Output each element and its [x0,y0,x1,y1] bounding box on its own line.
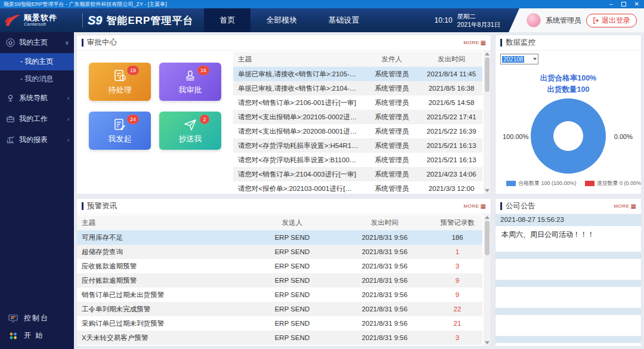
initiate-count-badge: 24 [127,115,139,124]
legend-label-return: 退货数量 0 (0.00%) [597,180,642,187]
table-row[interactable]: 请您对<销售订单>:2106-001进行[一审] 系统管理员 2021/6/5 … [233,95,482,110]
announcement-entry[interactable] [496,336,641,346]
scrollbar-thumb[interactable] [485,57,490,92]
donut-ring [531,98,606,174]
table-row[interactable]: X天未转交易客户预警 ERP SEND 2021/8/31 9:56 3 [77,331,482,345]
announcement-list: 2021-08-27 15:56:23 本周六、周日公司活动！！！ [496,214,641,346]
nav-tab-modules[interactable]: 全部模块 [250,8,312,32]
brand-name-en: Centersoft [24,22,57,27]
approval-panel-title: 审批中心 [87,38,117,48]
user-avatar[interactable] [527,13,541,27]
announcement-body: 本周六、周日公司活动！！！ [496,226,641,249]
announcements-more-button[interactable]: MORE ▦ [614,203,636,209]
scroll-down-icon[interactable] [485,189,490,192]
start-button[interactable]: 开 始 [0,327,74,344]
sidebar-group-system-nav[interactable]: 系统导航 › [0,88,74,109]
approval-tiles: 待处理 19 我审批 16 我发起 24 [77,51,233,194]
more-grid-icon: ▦ [481,40,486,46]
chevron-right-icon: › [67,116,69,122]
chart-legend: 合格数量 100 (100.00%) 退货数量 0 (0.00%) [500,177,636,191]
approval-scrollbar[interactable] [484,51,491,194]
approval-more-button[interactable]: MORE ▦ [464,40,486,46]
table-row[interactable]: 可用库存不足 ERP SEND 2021/8/31 9:56 186 [77,230,482,245]
title-accent-bar [500,39,502,47]
s9-logo: S9 [88,14,102,27]
sidebar-sub-item[interactable]: - 我的消息 [0,70,74,88]
logout-icon [593,17,599,24]
announcement-body [496,287,641,305]
announcement-entry[interactable] [496,308,641,333]
alerts-more-button[interactable]: MORE ▦ [464,203,486,209]
announcement-body [496,343,641,346]
alerts-table-header: 主题 发送人 发出时间 预警记录数 [77,215,482,230]
monitor-panel-title: 数据监控 [506,38,535,48]
sidebar-sub-item[interactable]: - 我的主页 [0,53,74,70]
console-button[interactable]: 控制台 [0,310,74,327]
scroll-up-icon[interactable] [485,216,490,219]
close-button[interactable]: ✕ [634,1,639,7]
table-row[interactable]: 请您对<销售订单>:2104-003进行[一审] 系统管理员 2021/4/23… [233,167,482,181]
brand-name-cn: 顺景软件 [24,14,57,22]
alerts-panel-title: 预警资讯 [87,201,117,211]
period-select[interactable]: 202108 [500,54,538,64]
donut-left-label: 100.00% [503,133,528,140]
period-select-value: 202108 [502,56,524,63]
select-chevron-icon [533,58,537,60]
nav-tab-settings[interactable]: 基础设置 [312,8,374,32]
approval-table-header: 主题 发件人 发出时间 [233,52,482,67]
main-nav: 首页 全部模块 基础设置 [204,8,374,32]
table-row[interactable]: 应付账款逾期预警 ERP SEND 2021/8/31 9:56 9 [77,273,482,288]
legend-swatch-return [585,181,595,186]
brand-logo-block: 顺景软件 Centersoft [0,8,78,32]
donut-hole [553,121,583,151]
announcement-entry[interactable]: 2021-08-27 15:56:23 本周六、周日公司活动！！！ [496,214,641,249]
table-row[interactable]: 单据已审核,请接收<销售订单>:2105-001 系统管理员 2021/8/14… [233,67,482,81]
scroll-down-icon[interactable] [485,341,490,344]
table-row[interactable]: 采购订单已过期未到货预警 ERP SEND 2021/8/31 9:56 21 [77,316,482,331]
table-row[interactable]: 销售订单已过期未出货预警 ERP SEND 2021/8/31 9:56 9 [77,288,482,302]
chart-icon [6,135,15,144]
product-title: 智能ERP管理平台 [106,14,193,27]
sidebar: 我的主页 ∨ - 我的主页 - 我的消息 系统导航 › 我的工作 › [0,32,74,349]
tile-cc-to-me[interactable]: 抄送我 2 [159,112,221,150]
table-row[interactable]: 超储存货查询 ERP SEND 2021/8/31 9:56 1 [77,245,482,259]
announcement-entry[interactable] [496,252,641,277]
document-clock-icon [113,69,127,83]
header-clock: 10:10 星期二 2021年8月31日 [435,8,500,32]
announcement-entry[interactable] [496,280,641,305]
table-row[interactable]: 应收账款逾期预警 ERP SEND 2021/8/31 9:56 3 [77,259,482,273]
sidebar-sub-list: - 我的主页 - 我的消息 [0,53,74,88]
alerts-table: 主题 发送人 发出时间 预警记录数 可用库存不足 ERP SEND [77,215,482,345]
announcement-date: 2021-08-27 15:56:23 [496,214,641,226]
scroll-up-icon[interactable] [485,52,490,55]
table-row[interactable]: 单据已审核,请接收<销售订单>:2104-002 系统管理员 2021/8/5 … [233,81,482,95]
maximize-button[interactable] [621,2,626,7]
approve-count-badge: 16 [197,66,209,75]
legend-swatch-pass [506,181,516,186]
table-row[interactable]: 请您对<存货浮动耗损率设置>:H54R1S006002进行[审核] 系统管理员 … [233,138,482,153]
sidebar-group-my-reports[interactable]: 我的报表 › [0,129,74,150]
table-row[interactable]: 请您对<报价单>:202103-0001进行[审核] 系统管理员 2021/3/… [233,181,482,193]
more-grid-icon: ▦ [481,203,486,209]
announcements-panel-title: 公司公告 [506,201,535,211]
nav-tab-home[interactable]: 首页 [204,8,250,32]
announcement-date [496,336,641,343]
sidebar-group-my-work[interactable]: 我的工作 › [0,109,74,129]
tile-my-approvals[interactable]: 我审批 16 [159,63,221,101]
user-area: 系统管理员 退出登录 [509,8,644,32]
tile-pending[interactable]: 待处理 19 [89,63,151,101]
table-row[interactable]: 请您对<支出报销单>:202008-0001进行[审核] 系统管理员 2021/… [233,124,482,138]
sidebar-group-my-home[interactable]: 我的主页 ∨ [0,32,74,53]
alerts-scrollbar[interactable] [484,214,491,346]
donut-right-label: 0.00% [614,133,633,140]
logout-button[interactable]: 退出登录 [586,14,637,27]
announcement-date [496,308,641,315]
table-row[interactable]: 请您对<存货浮动耗损率设置>:B11000001进行[审核] 系统管理员 202… [233,153,482,167]
legend-label-pass: 合格数量 100 (100.00%) [518,180,577,187]
minimize-button[interactable]: – [609,1,613,7]
scrollbar-thumb[interactable] [485,221,490,255]
tile-initiated-by-me[interactable]: 我发起 24 [89,112,151,150]
table-row[interactable]: 请您对<支出报销单>:202105-0002进行[审核] 系统管理员 2021/… [233,110,482,124]
briefcase-icon [6,115,15,123]
table-row[interactable]: 工令单到期未完成预警 ERP SEND 2021/8/31 9:56 22 [77,302,482,316]
